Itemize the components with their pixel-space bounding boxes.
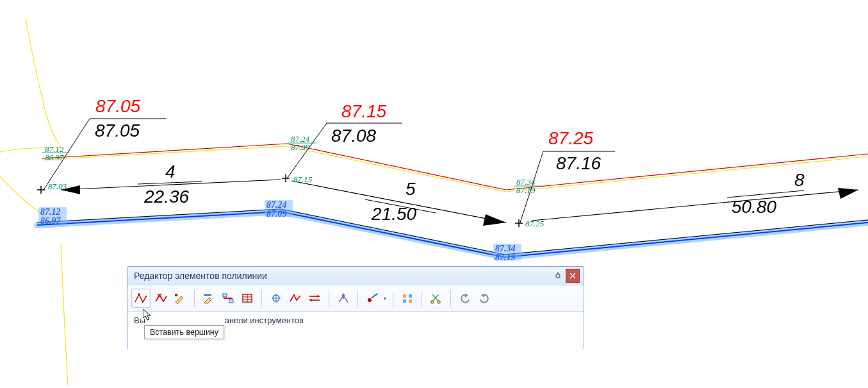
insert-vertex-button[interactable] [131,289,151,308]
svg-rect-78 [409,299,412,303]
edit-vertex-button[interactable] [171,289,189,307]
svg-text:87.09: 87.09 [291,142,310,152]
undo-button[interactable] [456,289,474,307]
svg-text:87.05: 87.05 [95,121,140,140]
svg-point-74 [376,294,378,296]
grid-button[interactable] [398,289,416,307]
svg-marker-13 [838,188,858,199]
svg-text:87.24: 87.24 [266,200,287,210]
svg-text:87.25: 87.25 [525,219,545,228]
svg-point-48 [556,274,560,278]
pin-button[interactable] [553,271,563,281]
svg-rect-75 [403,294,406,298]
svg-marker-70 [309,299,312,301]
svg-point-81 [431,301,434,303]
elevation-label-3: 87.25 87.16 [520,128,615,223]
svg-text:86.97: 86.97 [40,216,61,226]
style-dropdown[interactable]: ▾ [382,289,388,307]
svg-point-52 [138,293,140,296]
svg-text:87.09: 87.09 [266,209,287,219]
tooltip: Вставить вершину [144,325,224,339]
selection-labels: 87.12 86.97 87.24 87.09 87.34 87.19 [38,200,521,262]
arrow-2-number: 5 [405,179,416,199]
svg-text:87.08: 87.08 [331,126,376,146]
coordinate-button[interactable] [267,289,285,307]
arrow-2-length: 21.50 [371,204,416,224]
arrow-3-number: 8 [794,170,805,190]
status-text-prefix: Вы [134,316,145,325]
arrow-3-length: 50.80 [732,197,776,217]
svg-text:87.15: 87.15 [293,174,313,184]
elevation-label-1: 87.05 87.05 [44,96,167,190]
delete-vertex-button[interactable] [152,289,170,307]
selected-polyline[interactable] [37,212,868,257]
svg-rect-58 [223,294,227,297]
status-text-suffix: анели инструментов [225,316,304,325]
svg-marker-69 [317,295,320,298]
svg-point-73 [368,298,372,302]
style-button[interactable] [363,289,381,307]
toolbar: ▾ [127,285,584,312]
svg-text:86.97: 86.97 [45,153,64,162]
window-titlebar[interactable]: Редактор элементов полилинии [127,267,584,285]
arrow-1-number: 4 [165,162,176,181]
svg-rect-76 [409,294,412,298]
svg-text:87.19: 87.19 [495,253,516,262]
svg-text:87.34: 87.34 [495,244,516,253]
export-button[interactable] [334,289,352,307]
svg-rect-77 [403,299,406,303]
redo-button[interactable] [475,289,493,307]
edit-segment-button[interactable] [200,289,218,307]
cut-button[interactable] [427,289,445,307]
svg-text:87.25: 87.25 [548,128,593,148]
svg-marker-10 [483,214,506,226]
polyline-editor-window[interactable]: Редактор элементов полилинии [127,266,584,350]
svg-rect-59 [229,299,233,303]
attributes-button[interactable] [219,289,237,307]
svg-text:87.15: 87.15 [341,101,386,121]
svg-point-55 [175,294,177,296]
svg-text:87.12: 87.12 [40,207,61,217]
svg-text:87.16: 87.16 [556,153,601,173]
polyline-red-button[interactable] [286,289,304,307]
svg-point-82 [438,301,440,303]
svg-text:87.05: 87.05 [95,96,140,116]
table-button[interactable] [238,289,256,307]
svg-text:87.19: 87.19 [516,185,536,195]
svg-marker-72 [341,293,345,296]
svg-text:87.03: 87.03 [48,181,67,191]
arrow-1-length: 22.36 [143,187,189,207]
svg-line-12 [532,190,858,221]
close-button[interactable] [566,269,580,283]
window-title: Редактор элементов полилинии [134,271,267,281]
parallel-lines-button[interactable] [306,289,323,307]
